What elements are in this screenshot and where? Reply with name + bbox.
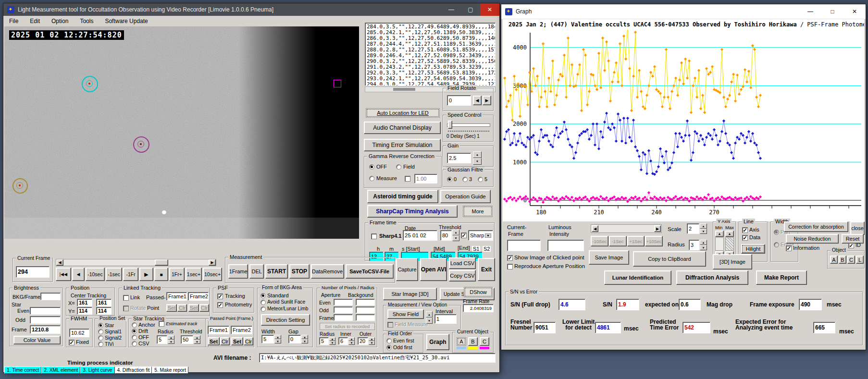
passed-set2-button[interactable]: Set xyxy=(231,337,243,345)
speed-slider-thumb[interactable] xyxy=(448,121,452,129)
direction-setting-button[interactable]: Direction Setting xyxy=(261,314,310,326)
tracking-radius-field[interactable]: 5 xyxy=(157,335,167,344)
aperture-frame-field[interactable] xyxy=(334,314,353,321)
even-first-radio[interactable] xyxy=(386,338,392,343)
audio-channel-display-button[interactable]: Audio Channel Display xyxy=(364,122,441,134)
minus-1sec-button[interactable]: -1sec xyxy=(106,268,122,281)
more-button[interactable]: More xyxy=(463,206,493,217)
linked-clr2-button[interactable]: Clr xyxy=(199,304,209,312)
menu-edit[interactable]: Edit xyxy=(24,17,46,25)
background-even-field[interactable] xyxy=(356,299,375,306)
line-data-checkbox[interactable]: ✓ xyxy=(742,235,748,241)
track-x-field[interactable]: 161 xyxy=(96,299,112,306)
graph-current-frame-field[interactable] xyxy=(507,240,541,251)
timing-tab-4[interactable]: 4. Diffraction fit xyxy=(115,367,152,374)
tracking-threshold-spinner[interactable]: ▲▼ xyxy=(194,335,200,344)
tracking-radius-spinner[interactable]: ▲▼ xyxy=(168,335,174,344)
threshold-spinner[interactable]: ▲▼ xyxy=(452,230,459,241)
inner-field[interactable]: 6 xyxy=(338,337,348,345)
track-y-field[interactable]: 114 xyxy=(96,307,112,315)
stop-button[interactable]: ■ xyxy=(154,268,168,281)
inner-spinner[interactable]: ▲▼ xyxy=(348,337,355,345)
chart-area[interactable]: 2025 Jan 2; (447) Valentine occults UCAC… xyxy=(503,19,864,221)
plus-1sec-button[interactable]: +1Sec xyxy=(627,236,645,246)
frame-scrollbar[interactable]: ◀ ▶ xyxy=(56,259,216,266)
field-rotate-field[interactable]: 0 xyxy=(447,95,471,106)
object-a-button[interactable]: A xyxy=(457,337,466,346)
scroll-right-arrow[interactable]: ▶ xyxy=(209,259,216,266)
chevron-down-icon[interactable]: ▼ xyxy=(485,233,491,238)
stop-measure-button[interactable]: STOP xyxy=(289,264,309,279)
asteroid-timing-guide-button[interactable]: Asteroid timing guide xyxy=(367,190,438,203)
one-frame-button[interactable]: 1Frame xyxy=(228,264,248,279)
drift-radio[interactable] xyxy=(132,329,137,334)
scale-spinner[interactable]: ▲▼ xyxy=(700,223,707,234)
avi-filename-field[interactable]: I:¥A-えんぺい観測¥観測記録2025¥20250102◎Valentine自… xyxy=(259,353,496,363)
fwhm-fixed-checkbox[interactable]: ✓ xyxy=(69,340,74,345)
gamma-off-radio[interactable] xyxy=(369,164,374,170)
diffraction-analysis-button[interactable]: Diffraction Analysis xyxy=(676,270,748,285)
passed-clr1-button[interactable]: Clr xyxy=(220,337,230,345)
outer-field[interactable]: 20 xyxy=(358,337,368,345)
plus-10sec-button[interactable]: 10sec+ xyxy=(203,268,222,281)
minus-10sec-button[interactable]: -10Sec xyxy=(591,236,608,246)
object-b-button[interactable]: B xyxy=(839,256,846,264)
scroll-left-arrow[interactable]: ◀ xyxy=(592,225,598,232)
sharp-mode-checkbox[interactable]: ✓ xyxy=(461,232,467,238)
star-image-3d-button[interactable]: Star Image [3D] xyxy=(383,288,437,300)
scroll-right-arrow[interactable]: ▶ xyxy=(654,225,661,232)
graph-button[interactable]: Graph xyxy=(426,334,449,350)
passed-frame2-field[interactable]: Frame2 xyxy=(231,326,252,334)
auto-location-led-button[interactable]: Auto Location for LED xyxy=(366,108,440,118)
graph-luminous-field[interactable] xyxy=(547,240,584,251)
posset-signal1-radio[interactable] xyxy=(98,329,103,334)
link-checkbox[interactable] xyxy=(123,295,129,301)
close-icon[interactable]: ✕ xyxy=(480,3,499,16)
plus-1frame-button[interactable]: 1Fr+ xyxy=(169,268,185,281)
ymax-up-button[interactable]: ▲ xyxy=(725,231,734,237)
copy-clipboard-button[interactable]: Copy to ClipBoard xyxy=(633,251,706,267)
radius-spinner[interactable]: ▲▼ xyxy=(329,337,335,345)
gaussian-3-radio[interactable] xyxy=(462,177,468,182)
pos-x-field[interactable]: 161 xyxy=(77,299,92,306)
aperture-odd-field[interactable] xyxy=(334,306,353,313)
graph-scrollbar[interactable]: ◀ ▶ xyxy=(591,224,662,233)
close-button[interactable]: close xyxy=(850,221,865,235)
line-axis-checkbox[interactable]: ✓ xyxy=(742,227,748,233)
passed-frame1-field[interactable]: Frame1 xyxy=(208,326,229,334)
object-a-button[interactable]: A xyxy=(830,256,838,264)
gaussian-5-radio[interactable] xyxy=(478,177,483,182)
led-region-square[interactable] xyxy=(334,80,341,87)
hilight-button[interactable]: Hilight xyxy=(741,244,765,254)
aperture-marker-yellow[interactable] xyxy=(12,178,28,194)
color-value-button[interactable]: Color Value xyxy=(13,336,61,344)
timing-tab-2[interactable]: 2. XML element xyxy=(41,367,80,374)
timing-tab-5[interactable]: 5. Make report xyxy=(152,367,188,374)
rotate-right-arrow-button[interactable]: ▶ xyxy=(483,96,491,105)
star-odd-field[interactable] xyxy=(30,316,61,324)
close-icon[interactable]: ✕ xyxy=(843,4,866,19)
operation-guide-button[interactable]: Operation Guide xyxy=(440,190,491,203)
width-part-radio[interactable] xyxy=(774,230,779,235)
minimize-icon[interactable]: — xyxy=(799,4,821,19)
menu-file[interactable]: File xyxy=(3,17,24,25)
show-image-clicked-checkbox[interactable]: ✓ xyxy=(507,255,513,261)
aperture-marker-cyan[interactable] xyxy=(82,76,98,92)
3d-image-button[interactable]: [3D] Image xyxy=(713,254,752,269)
frame-scroll-thumb[interactable] xyxy=(155,259,168,266)
width-entire-radio[interactable] xyxy=(774,242,779,247)
timing-tab-1[interactable]: 1. Time correct xyxy=(4,367,41,374)
del-button[interactable]: DEL xyxy=(249,264,264,279)
bkg-gap-field[interactable]: 0 xyxy=(288,335,301,343)
gain-field[interactable]: 2.5 xyxy=(447,153,471,163)
psf-photometry-checkbox[interactable]: ✓ xyxy=(217,302,223,308)
speed-slider-track[interactable] xyxy=(447,123,490,127)
measurement-data-list[interactable]: 284.0,3.5,"",12,27,49.6489,49.8939,,,,18… xyxy=(365,23,496,86)
field-measure-checkbox[interactable] xyxy=(387,322,393,328)
passed-set1-button[interactable]: Set xyxy=(208,337,220,345)
threshold-field[interactable]: 80 xyxy=(440,230,452,241)
information-checkbox[interactable]: ✓ xyxy=(786,245,792,251)
tracking-csv-radio[interactable] xyxy=(132,341,137,346)
scroll-thumb[interactable] xyxy=(393,88,415,91)
star-frame-field[interactable]: 1210.8 xyxy=(30,325,61,334)
